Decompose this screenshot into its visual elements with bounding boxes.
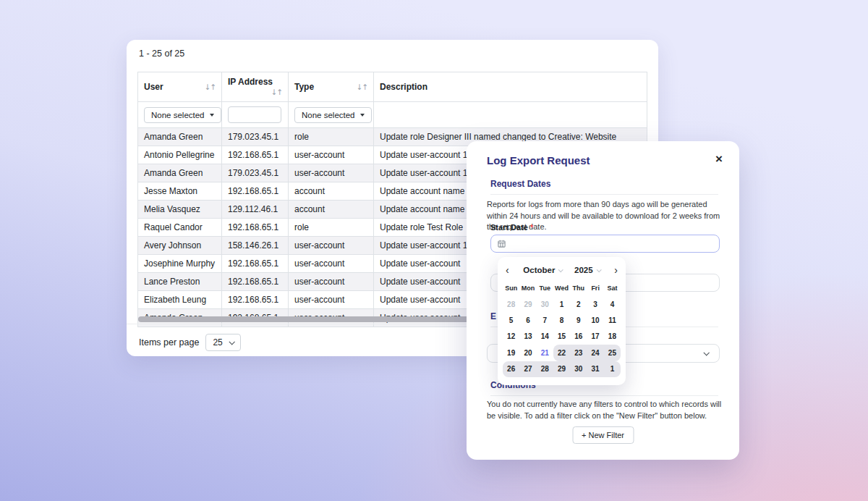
pagination-summary: 1 - 25 of 25 [139,49,184,59]
calendar-day: 31 [587,361,603,377]
calendar-day[interactable]: 11 [604,312,621,328]
column-header-description[interactable]: Description [374,72,647,102]
chevron-down-icon [703,350,709,355]
cell-type: role [289,128,374,146]
items-per-page-value: 25 [213,337,222,348]
chevron-down-icon [596,267,601,272]
calendar-day[interactable]: 21 [537,345,553,361]
cell-type: account [289,182,374,201]
cell-ip: 129.112.46.1 [222,201,289,219]
new-filter-button[interactable]: + New Filter [572,426,634,444]
table-filter-row: None selected None selected [138,102,647,128]
cell-ip: 192.168.65.1 [222,255,289,273]
column-label: User [144,82,163,92]
cell-ip: 192.168.65.1 [222,291,289,309]
calendar-day[interactable]: 7 [537,312,553,328]
calendar-day: 29 [553,361,570,377]
day-of-week-row: SunMonTueWedThuFriSat [503,283,621,292]
cell-type: user-account [289,164,374,182]
month-select[interactable]: October [523,266,562,274]
calendar-day: 27 [519,361,536,377]
cell-user: Jesse Maxton [138,182,222,201]
cell-type: user-account [289,291,374,309]
calendar-day[interactable]: 28 [503,296,519,312]
calendar-icon [498,240,506,248]
calendar-day: 28 [537,361,553,377]
sort-icon[interactable]: ↓↑ [356,82,367,92]
calendar-day[interactable]: 12 [503,329,519,345]
column-header-type[interactable]: Type↓↑ [289,72,374,102]
calendar-day[interactable]: 5 [503,312,519,328]
column-label: IP Address [228,77,273,87]
calendar-day[interactable]: 16 [570,329,587,345]
column-label: Description [380,82,427,92]
chevron-down-icon [229,339,234,345]
calendar-day[interactable]: 17 [587,329,603,345]
sort-icon[interactable]: ↓↑ [271,87,282,97]
calendar-day: 26 [503,361,519,377]
start-date-label: Start Date* [490,223,533,232]
cell-type: user-account [289,273,374,291]
calendar-day[interactable]: 20 [519,345,536,361]
column-label: Type [294,82,314,92]
calendar-header: ‹ October 2025 › [503,264,620,277]
required-marker: * [530,223,533,232]
day-of-week-label: Sun [503,283,519,292]
day-of-week-label: Wed [553,283,570,292]
column-header-user[interactable]: User↓↑ [138,72,222,102]
calendar-day[interactable]: 8 [553,312,570,328]
calendar-day: 22 [553,345,570,361]
date-picker-popup: ‹ October 2025 › SunMonTueWedThuFriSat 2… [498,257,626,385]
ip-filter-input[interactable] [228,106,281,123]
cell-type: user-account [289,146,374,164]
cell-user: Avery Johnson [138,237,222,255]
calendar-day[interactable]: 30 [537,296,553,312]
next-month-icon[interactable]: › [612,265,620,275]
calendar-day[interactable]: 13 [519,329,536,345]
previous-month-icon[interactable]: ‹ [503,265,511,275]
cell-user: Amanda Green [138,164,222,182]
calendar-day[interactable]: 9 [570,312,587,328]
type-filter-dropdown[interactable]: None selected [294,107,372,123]
conditions-info: You do not currently have any filters to… [487,399,726,422]
cell-type: account [289,201,374,219]
calendar-day: 23 [570,345,587,361]
calendar-day[interactable]: 10 [587,312,603,328]
cell-user: Amanda Green [138,128,222,146]
calendar-day: 30 [570,361,587,377]
column-header-ip[interactable]: IP Address↓↑ [222,72,289,102]
close-icon[interactable]: × [715,153,723,165]
day-of-week-label: Mon [519,283,536,292]
year-label: 2025 [574,266,593,274]
calendar-day[interactable]: 6 [519,312,536,328]
sort-icon[interactable]: ↓↑ [204,82,216,92]
start-date-label-text: Start Date [490,223,528,232]
calendar-day[interactable]: 29 [519,296,536,312]
calendar-day[interactable]: 4 [604,296,621,312]
year-select[interactable]: 2025 [574,266,600,274]
calendar-day[interactable]: 14 [537,329,553,345]
day-of-week-label: Fri [587,283,603,292]
cell-ip: 158.146.26.1 [222,237,289,255]
start-date-input[interactable] [490,235,720,253]
calendar-day: 24 [587,345,603,361]
calendar-day[interactable]: 15 [553,329,570,345]
cell-user: Raquel Candor [138,219,222,237]
items-per-page-select[interactable]: 25 [205,334,240,351]
calendar-day[interactable]: 3 [587,296,603,312]
cell-user: Lance Preston [138,273,222,291]
user-filter-label: None selected [151,111,205,119]
caret-down-icon [360,114,365,117]
calendar-day[interactable]: 18 [604,329,621,345]
user-filter-dropdown[interactable]: None selected [144,107,221,123]
calendar-day[interactable]: 19 [503,345,519,361]
calendar-day[interactable]: 1 [553,296,570,312]
description-filter-cell [374,102,647,128]
cell-ip: 179.023.45.1 [222,164,289,182]
calendar-day[interactable]: 2 [570,296,587,312]
request-dates-heading: Request Dates [490,179,718,195]
cell-user: Josephine Murphy [138,255,222,273]
day-of-week-label: Sat [604,283,621,292]
cell-ip: 192.168.65.1 [222,219,289,237]
cell-ip: 179.023.45.1 [222,128,289,146]
